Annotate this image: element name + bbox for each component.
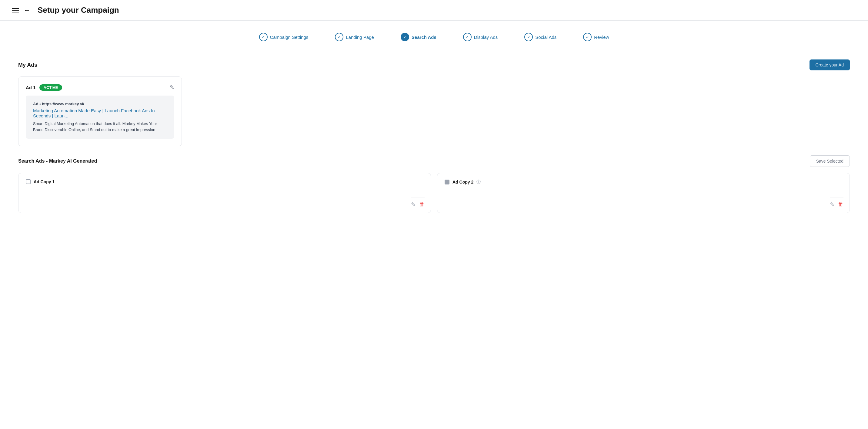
step-display-ads[interactable]: ✓ Display Ads xyxy=(463,33,498,41)
step-circle-campaign-settings: ✓ xyxy=(259,33,268,41)
checkmark-icon-6: ✓ xyxy=(586,35,589,39)
active-badge: ACTIVE xyxy=(39,84,62,91)
ad-copy-1-footer: ✎ 🗑 xyxy=(411,197,425,208)
step-connector-3 xyxy=(438,37,462,37)
checkmark-icon-4: ✓ xyxy=(466,35,469,39)
checkmark-icon-2: ✓ xyxy=(338,35,341,39)
ad-copy-2-checkbox[interactable] xyxy=(444,180,450,184)
ad-copy-1-edit-icon[interactable]: ✎ xyxy=(411,201,415,208)
ad-copy-card-2: Ad Copy 2 ⓘ ✎ 🗑 xyxy=(437,173,850,213)
checkmark-icon-5: ✓ xyxy=(527,35,530,39)
my-ads-title: My Ads xyxy=(18,62,37,68)
ad-headline[interactable]: Marketing Automation Made Easy | Launch … xyxy=(33,108,167,118)
ad-copy-card-1: Ad Copy 1 ✎ 🗑 xyxy=(18,173,431,213)
ad-copies-grid: Ad Copy 1 ✎ 🗑 Ad Copy 2 ⓘ ✎ 🗑 xyxy=(18,173,850,213)
step-landing-page[interactable]: ✓ Landing Page xyxy=(335,33,374,41)
step-search-ads[interactable]: ✓ Search Ads xyxy=(401,33,436,41)
step-connector-2 xyxy=(375,37,399,37)
step-label-display-ads: Display Ads xyxy=(474,35,498,40)
ad-card-title-row: Ad 1 ACTIVE xyxy=(26,84,62,91)
ad-copy-2-header: Ad Copy 2 ⓘ xyxy=(444,179,842,185)
ai-section: Search Ads - Markey AI Generated Save Se… xyxy=(18,155,850,213)
ai-section-title: Search Ads - Markey AI Generated xyxy=(18,159,97,164)
header: ← Setup your Campaign xyxy=(0,0,868,21)
step-label-landing-page: Landing Page xyxy=(346,35,374,40)
step-circle-review: ✓ xyxy=(583,33,592,41)
ad-number: Ad 1 xyxy=(26,85,36,90)
step-label-social-ads: Social Ads xyxy=(535,35,556,40)
step-review[interactable]: ✓ Review xyxy=(583,33,609,41)
progress-steps: ✓ Campaign Settings ✓ Landing Page ✓ Sea… xyxy=(0,21,868,50)
step-connector-5 xyxy=(558,37,582,37)
ad-copy-2-delete-icon[interactable]: 🗑 xyxy=(838,201,843,208)
ad-url-separator: • xyxy=(39,102,42,106)
ad-copy-1-checkbox[interactable] xyxy=(26,179,31,184)
step-circle-search-ads: ✓ xyxy=(401,33,409,41)
ai-section-header: Search Ads - Markey AI Generated Save Se… xyxy=(18,155,850,167)
ad-description: Smart Digital Marketing Automation that … xyxy=(33,121,167,133)
create-ad-button[interactable]: Create your Ad xyxy=(809,59,850,70)
ad-url: https://www.markey.ai/ xyxy=(42,102,84,106)
checkmark-icon: ✓ xyxy=(261,35,265,39)
ad-card-header-1: Ad 1 ACTIVE ✎ xyxy=(26,84,174,91)
step-label-review: Review xyxy=(594,35,609,40)
my-ads-header: My Ads Create your Ad xyxy=(18,59,850,70)
ad-label: Ad xyxy=(33,102,38,106)
step-connector-4 xyxy=(499,37,523,37)
ad-copy-1-delete-icon[interactable]: 🗑 xyxy=(419,201,425,208)
info-icon[interactable]: ⓘ xyxy=(476,179,481,185)
step-circle-social-ads: ✓ xyxy=(524,33,533,41)
step-circle-display-ads: ✓ xyxy=(463,33,472,41)
ad-copy-1-name: Ad Copy 1 xyxy=(34,179,55,184)
step-label-campaign-settings: Campaign Settings xyxy=(270,35,309,40)
ad-preview: Ad • https://www.markey.ai/ Marketing Au… xyxy=(26,95,174,139)
save-selected-button[interactable]: Save Selected xyxy=(810,155,850,167)
ad-card-1: Ad 1 ACTIVE ✎ Ad • https://www.markey.ai… xyxy=(18,77,182,146)
checkmark-icon-3: ✓ xyxy=(403,35,406,39)
ad-copy-2-footer: ✎ 🗑 xyxy=(830,197,843,208)
page-title: Setup your Campaign xyxy=(38,5,119,15)
ad-copy-2-name: Ad Copy 2 xyxy=(453,180,473,184)
ad-copy-1-header: Ad Copy 1 xyxy=(26,179,424,184)
step-circle-landing-page: ✓ xyxy=(335,33,343,41)
ad-preview-url: Ad • https://www.markey.ai/ xyxy=(33,102,167,106)
main-content: My Ads Create your Ad Ad 1 ACTIVE ✎ Ad •… xyxy=(0,50,868,222)
back-button[interactable]: ← xyxy=(24,6,30,14)
ad-copy-2-edit-icon[interactable]: ✎ xyxy=(830,201,834,208)
menu-button[interactable] xyxy=(12,8,19,12)
step-campaign-settings[interactable]: ✓ Campaign Settings xyxy=(259,33,309,41)
step-label-search-ads: Search Ads xyxy=(411,35,436,40)
edit-ad-icon[interactable]: ✎ xyxy=(170,84,174,91)
step-connector-1 xyxy=(309,37,334,37)
step-social-ads[interactable]: ✓ Social Ads xyxy=(524,33,556,41)
